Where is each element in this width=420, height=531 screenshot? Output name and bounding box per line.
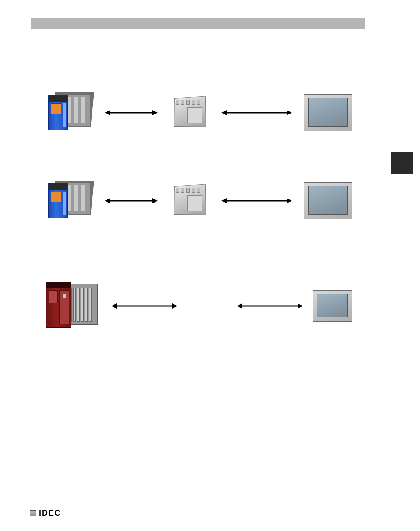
hmi-screen-icon (304, 94, 352, 131)
svg-marker-14 (172, 303, 177, 309)
diagram-gap (187, 304, 227, 308)
brand-text: IDEC (39, 509, 61, 518)
header-band (31, 18, 389, 29)
double-arrow-icon (111, 305, 177, 307)
svg-marker-4 (221, 110, 227, 115)
svg-marker-10 (221, 198, 227, 203)
svg-marker-7 (105, 198, 110, 203)
diagram-row-2 (44, 181, 352, 221)
double-arrow-icon (221, 111, 292, 114)
plc-blue-icon (44, 92, 92, 133)
diagram-row-3 (44, 282, 352, 330)
double-arrow-icon (221, 199, 292, 202)
module-grey-icon (169, 184, 209, 218)
plc-blue-icon (44, 181, 92, 221)
svg-marker-2 (152, 110, 158, 115)
double-arrow-icon (105, 111, 158, 114)
brand-square-icon (30, 510, 36, 516)
hmi-screen-icon (313, 290, 352, 322)
double-arrow-icon (237, 305, 303, 307)
header-band-cap (365, 18, 389, 29)
svg-marker-11 (287, 198, 292, 203)
hmi-screen-icon (304, 182, 352, 219)
footer-brand: IDEC (30, 509, 61, 518)
svg-marker-16 (237, 303, 242, 309)
side-tab (391, 152, 413, 174)
svg-marker-5 (287, 110, 292, 115)
svg-marker-1 (105, 110, 110, 115)
svg-marker-17 (298, 303, 303, 309)
svg-marker-8 (152, 198, 158, 203)
diagram-row-1 (44, 92, 352, 133)
footer-divider (30, 507, 389, 507)
double-arrow-icon (105, 199, 158, 202)
plc-red-icon (44, 282, 101, 330)
svg-marker-13 (111, 303, 117, 309)
module-grey-icon (169, 96, 209, 129)
